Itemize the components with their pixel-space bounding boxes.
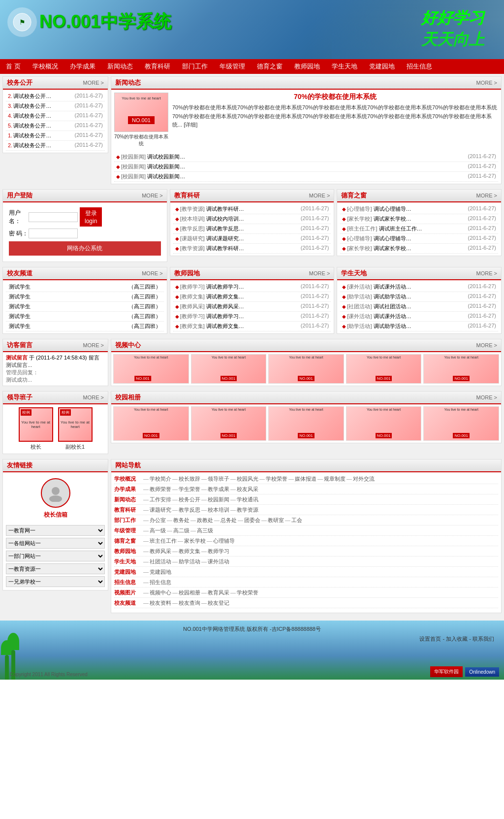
xiaomu-gongkai-section: 校务公开 MORE > 2.调试校务公开…(2011-6-27) 3.调试校务公… [2, 76, 108, 153]
edu-more[interactable]: MORE > [309, 193, 330, 198]
nav-news[interactable]: 新闻动态 [101, 59, 139, 74]
password-input[interactable] [29, 229, 78, 238]
dept-site-dropdown[interactable]: 一部门网站一 [6, 551, 105, 561]
news-more[interactable]: MORE > [476, 80, 497, 86]
xuesheng-section: 学生天地 MORE > ◆[课外活动] 调试课外活动…(2011-6-27) ◆… [337, 267, 502, 336]
xiaoyou-title: 校友频道 [7, 269, 32, 278]
nav-education-research[interactable]: 教育科研 [139, 59, 176, 74]
deyu-title: 德育之窗 [341, 191, 367, 200]
password-label: 密 码： [9, 229, 29, 238]
news-title: 调试校务公开… [13, 113, 51, 119]
leader-photo-vice: 校例 You live to me at heart [58, 407, 93, 442]
nav-school-overview[interactable]: 学校概况 [27, 59, 64, 74]
sitemap-row-dept: 部门工作 办公室教务处政教处总务处团委会教研室工会 [114, 517, 498, 525]
admin-reply-text: 测试成功... [6, 376, 105, 384]
photo-thumb-1[interactable]: You live to me at heart NO.001 [113, 406, 189, 441]
list-item: ◆[心理辅导] 调试心理辅导…(2011-6-27) [340, 204, 498, 214]
photo-more[interactable]: MORE > [476, 394, 497, 400]
login-form: 用户名： 登录login 密 码： 网络办公系统 [3, 202, 167, 262]
nav-party-building[interactable]: 党建园地 [363, 59, 401, 74]
video-thumbnails: You live to me at heart NO.001 You live … [111, 352, 501, 386]
photo-thumbnails: You live to me at heart NO.001 You live … [111, 404, 501, 443]
header-logo: ⚑ [7, 7, 37, 37]
footer-copyright-text: Copyright 2011 All Rights Reserved [10, 672, 88, 677]
leader-more[interactable]: MORE > [83, 394, 104, 400]
edu-site-dropdown[interactable]: 一教育网一 [6, 525, 105, 536]
photo-thumb-4[interactable]: You live to me at heart NO.001 [346, 406, 422, 441]
jiaoshi-more[interactable]: MORE > [309, 270, 330, 276]
video-thumb-3[interactable]: You live to me at heart NO.001 [268, 354, 344, 384]
svg-text:⚑: ⚑ [19, 18, 26, 26]
photo-thumb-5[interactable]: You live to me at heart NO.001 [423, 406, 499, 441]
xuesheng-more[interactable]: MORE > [476, 270, 497, 276]
list-item: ◆[校园新闻] 调试校园新闻…(2011-6-27) [114, 172, 498, 182]
list-item: ◆[教师学习] 调试教师学习…(2011-6-27) [173, 312, 331, 322]
leader-item-vice: 校例 You live to me at heart 副校长1 [58, 407, 93, 451]
video-thumb-2[interactable]: You live to me at heart NO.001 [191, 354, 267, 384]
office-button[interactable]: 网络办公系统 [9, 241, 161, 256]
sitemap-row-enrollment: 招生信息 招生信息 [114, 579, 498, 588]
edu-resource-dropdown[interactable]: 一教育资源一 [6, 563, 105, 574]
main-nav: 首 页 学校概况 办学成果 新闻动态 教育科研 部门工作 年级管理 德育之窗 教… [0, 59, 504, 74]
login-title: 用户登陆 [7, 191, 32, 200]
leader-name-principal: 校长 [19, 443, 53, 451]
list-item: ◆[课题研究] 调试课题研究…(2011-6-27) [173, 234, 331, 244]
list-item: ◆[助学活动] 调试助学活动…(2011-6-27) [340, 322, 498, 331]
photo-thumb-3[interactable]: You live to me at heart NO.001 [268, 406, 344, 441]
news-img-label: 70%的学校都在使用本系统 [114, 133, 168, 147]
photo-thumb-2[interactable]: You live to me at heart NO.001 [191, 406, 267, 441]
leader-photo-principal: 校例 You live to me at heart [19, 407, 53, 442]
sitemap-row-news: 新闻动态 工作安排校务公开校园新闻学校通讯 [114, 496, 498, 505]
username-input[interactable] [29, 212, 78, 222]
news-title: 调试校务公开… [13, 142, 51, 148]
login-more[interactable]: MORE > [142, 193, 162, 198]
list-item: ◆[家长学校] 调试家长学校…(2011-6-27) [340, 244, 498, 254]
sitemap-row-video: 视频图片 视频中心校园相册教育风采学校荣誉 [114, 589, 498, 598]
photo-album-section: 校园相册 MORE > You live to me at heart NO.0… [111, 391, 502, 457]
deyu-more[interactable]: MORE > [476, 193, 497, 198]
list-item: ◆[校园新闻] 调试校园新闻…(2011-6-27) [114, 162, 498, 172]
xiaomu-more[interactable]: MORE > [83, 80, 104, 86]
nav-department[interactable]: 部门工作 [176, 59, 214, 74]
photo-title: 校园相册 [115, 393, 141, 402]
deyu-section: 德育之窗 MORE > ◆[心理辅导] 调试心理辅导…(2011-6-27) ◆… [337, 189, 502, 264]
leader-item-principal: 校例 You live to me at heart 校长 [19, 407, 53, 451]
sister-school-dropdown[interactable]: 一兄弟学校一 [6, 576, 105, 587]
video-thumb-4[interactable]: You live to me at heart NO.001 [346, 354, 422, 384]
group-site-dropdown[interactable]: 一各组网站一 [6, 538, 105, 549]
news-items: ◆[校园新闻] 调试校园新闻…(2011-6-27) ◆[校园新闻] 调试校园新… [111, 150, 501, 184]
sitemap-row-alumni: 校友频道 校友资料校友查询校友登记 [114, 599, 498, 608]
video-thumb-5[interactable]: You live to me at heart NO.001 [423, 354, 499, 384]
jiaoshi-title: 教师园地 [174, 269, 200, 278]
youqing-section: 友情链接 校长信箱 一教育网一 一各组网站一 一部门网站一 一教育资源一 [2, 459, 108, 616]
guest-msg-text: 测试留言... [6, 361, 105, 369]
nav-moral-edu[interactable]: 德育之窗 [251, 59, 288, 74]
nav-enrollment[interactable]: 招生信息 [401, 59, 438, 74]
video-title: 视频中心 [115, 341, 141, 350]
nav-student-world[interactable]: 学生天地 [326, 59, 363, 74]
list-item: 3.调试校务公开…(2011-6-27) [6, 101, 105, 111]
nav-teacher-garden[interactable]: 教师园地 [288, 59, 326, 74]
list-item: 2.调试校务公开…(2011-6-27) [6, 141, 105, 151]
guest-more[interactable]: MORE > [83, 342, 104, 348]
nav-achievements[interactable]: 办学成果 [64, 59, 101, 74]
video-section: 视频中心 MORE > You live to me at heart NO.0… [111, 339, 502, 389]
nav-grade-mgmt[interactable]: 年级管理 [214, 59, 251, 74]
video-more[interactable]: MORE > [476, 342, 497, 348]
jiaoshi-content: ◆[教师学习] 调试教师学习…(2011-6-27) ◆[教师文集] 调试教师文… [170, 280, 334, 333]
footer-logo-onlinedown: Onlinedown [465, 667, 499, 677]
sitemap-row-grade: 年级管理 高一级高二级高三级 [114, 527, 498, 536]
xiaoyou-more[interactable]: MORE > [142, 270, 162, 276]
edu-content: ◆[教学资源] 调试教学科研…(2011-6-27) ◆[校本培训] 调试校内培… [170, 202, 334, 256]
youqing-content: 校长信箱 一教育网一 一各组网站一 一部门网站一 一教育资源一 一兄弟学校一 [3, 472, 108, 590]
footer-copyright-main: NO.001中学网络管理系统 版权所有 -吉ICP备88888888号 [183, 625, 321, 633]
username-label: 用户名： [9, 209, 29, 226]
sitemap-content: 学校概况 学校简介校长致辞领导班子校园风光学校荣誉媒体报道规章制度对外交流 办学… [111, 472, 501, 613]
list-item: ◆[教学资源] 调试教学科研…(2011-6-27) [173, 244, 331, 254]
login-button[interactable]: 登录login [80, 207, 102, 227]
top-news-body: 70%的学校都在使用本系统70%的学校都在使用本系统70%的学校都在使用本系统7… [172, 103, 498, 130]
list-item: ◆[班主任工作] 调试班主任工作…(2011-6-27) [340, 224, 498, 234]
nav-home[interactable]: 首 页 [0, 59, 27, 74]
video-thumb-1[interactable]: You live to me at heart NO.001 [113, 354, 189, 384]
footer-logo-huajun: 华军软件园 [430, 666, 463, 677]
